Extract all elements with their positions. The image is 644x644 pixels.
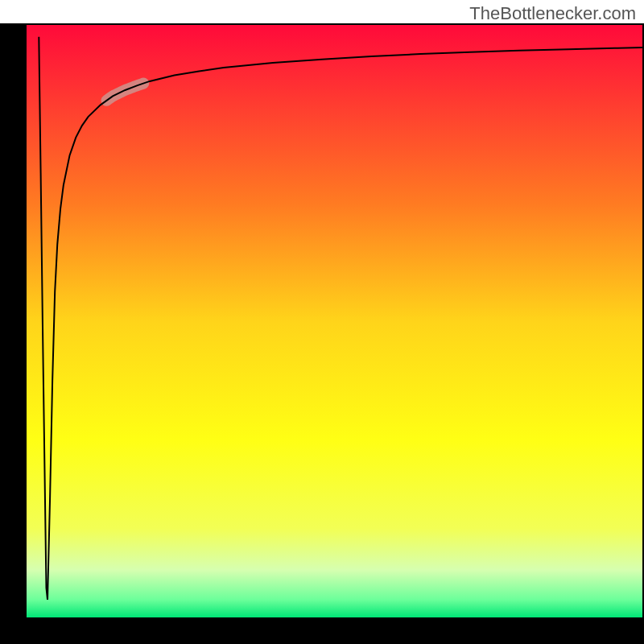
axis-left xyxy=(0,23,27,644)
axis-bottom xyxy=(0,617,644,644)
chart-svg xyxy=(0,0,644,644)
watermark: TheBottlenecker.com xyxy=(469,3,636,24)
chart-container: TheBottlenecker.com xyxy=(0,0,644,644)
plot-background xyxy=(27,25,642,617)
